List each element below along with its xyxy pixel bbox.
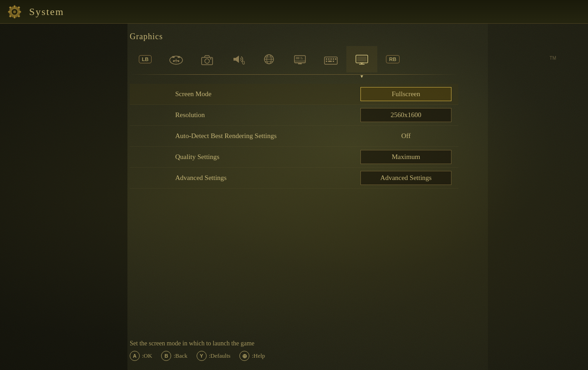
tab-display[interactable]: [346, 46, 377, 72]
bottom-bar: Set the screen mode in which to launch t…: [0, 334, 588, 370]
setting-label-screen-mode: Screen Mode: [130, 90, 354, 98]
control-btn-y: Y: [197, 351, 207, 361]
svg-rect-40: [328, 61, 332, 62]
tab-rb[interactable]: RB: [377, 46, 408, 72]
svg-rect-41: [333, 61, 334, 62]
camera-icon: [200, 53, 214, 66]
setting-row-auto-detect: Auto-Detect Best Rendering Settings Off: [130, 126, 458, 147]
setting-row-screen-mode: Screen Mode Fullscreen: [130, 84, 458, 105]
control-help: ⊕ :Help: [239, 351, 265, 361]
svg-rect-4: [14, 16, 15, 18]
tab-bar: LB: [0, 46, 588, 72]
globe-icon: [262, 53, 276, 66]
svg-rect-6: [19, 11, 21, 13]
display-icon: [355, 53, 369, 66]
svg-point-19: [205, 59, 209, 63]
svg-rect-39: [326, 61, 327, 62]
setting-value-advanced[interactable]: Advanced Settings: [360, 171, 451, 185]
keyboard-icon: [323, 53, 339, 66]
control-btn-a: A: [130, 351, 140, 361]
lb-badge: LB: [139, 55, 152, 63]
setting-value-wrap-auto-detect: Off: [354, 132, 458, 140]
tab-graphics2[interactable]: [284, 46, 315, 72]
tab-controls[interactable]: [315, 46, 346, 72]
graphics2-icon: [293, 53, 307, 66]
control-label-back: :Back: [173, 352, 187, 360]
setting-row-resolution: Resolution 2560x1600: [130, 105, 458, 126]
section-title: Graphics: [0, 24, 588, 46]
svg-rect-36: [328, 58, 329, 60]
control-btn-help: ⊕: [239, 351, 249, 361]
setting-label-advanced: Advanced Settings: [130, 174, 354, 182]
setting-label-quality: Quality Settings: [130, 153, 354, 161]
setting-value-resolution[interactable]: 2560x1600: [360, 108, 451, 122]
header-title: System: [29, 6, 64, 18]
control-back: B :Back: [161, 351, 187, 361]
svg-rect-13: [177, 56, 180, 58]
setting-value-quality[interactable]: Maximum: [360, 150, 451, 164]
control-ok: A :OK: [130, 351, 152, 361]
svg-rect-38: [333, 58, 334, 60]
svg-rect-31: [296, 57, 299, 59]
svg-rect-37: [330, 58, 332, 60]
hint-text: Set the screen mode in which to launch t…: [130, 340, 458, 347]
sound-icon: [231, 53, 245, 66]
setting-row-quality: Quality Settings Maximum: [130, 147, 458, 168]
setting-value-wrap-quality: Maximum: [354, 150, 458, 164]
setting-row-advanced: Advanced Settings Advanced Settings: [130, 168, 458, 189]
svg-rect-5: [8, 11, 10, 13]
setting-label-auto-detect: Auto-Detect Best Rendering Settings: [130, 132, 354, 140]
main-content: Graphics LB: [0, 24, 588, 370]
svg-rect-22: [243, 61, 244, 64]
svg-rect-33: [300, 58, 303, 59]
svg-marker-21: [233, 56, 239, 63]
system-icon: [5, 3, 24, 21]
svg-rect-35: [326, 58, 327, 60]
setting-value-wrap-screen-mode: Fullscreen: [354, 87, 458, 101]
settings-panel: Screen Mode Fullscreen Resolution 2560x1…: [130, 84, 458, 189]
setting-value-wrap-resolution: 2560x1600: [354, 108, 458, 122]
tm-mark: TM: [550, 56, 556, 61]
control-label-help: :Help: [252, 352, 265, 360]
gear-svg: [6, 4, 23, 20]
svg-rect-47: [357, 57, 366, 62]
tab-sound[interactable]: [223, 46, 253, 72]
setting-label-resolution: Resolution: [130, 111, 354, 119]
rb-badge: RB: [386, 55, 400, 63]
controls-row: A :OK B :Back Y :Defaults ⊕ :Help: [130, 351, 458, 361]
tab-separator: [130, 74, 458, 75]
setting-value-screen-mode[interactable]: Fullscreen: [360, 87, 451, 101]
header: System: [0, 0, 588, 24]
control-btn-b: B: [161, 351, 171, 361]
tab-lb[interactable]: LB: [130, 46, 161, 72]
svg-rect-42: [335, 58, 336, 60]
tab-camera[interactable]: [192, 46, 223, 72]
control-label-ok: :OK: [142, 352, 152, 360]
tab-language[interactable]: [253, 46, 284, 72]
svg-point-2: [13, 10, 16, 13]
svg-rect-29: [294, 60, 305, 63]
control-label-defaults: :Defaults: [209, 352, 231, 360]
setting-value-wrap-advanced: Advanced Settings: [354, 171, 458, 185]
tab-controller[interactable]: [161, 46, 192, 72]
control-defaults: Y :Defaults: [197, 351, 231, 361]
setting-value-auto-detect: Off: [360, 132, 451, 140]
controller-icon: [168, 53, 184, 66]
svg-point-20: [210, 58, 212, 60]
svg-rect-12: [172, 56, 175, 58]
svg-rect-32: [300, 57, 302, 58]
svg-rect-3: [14, 5, 15, 7]
